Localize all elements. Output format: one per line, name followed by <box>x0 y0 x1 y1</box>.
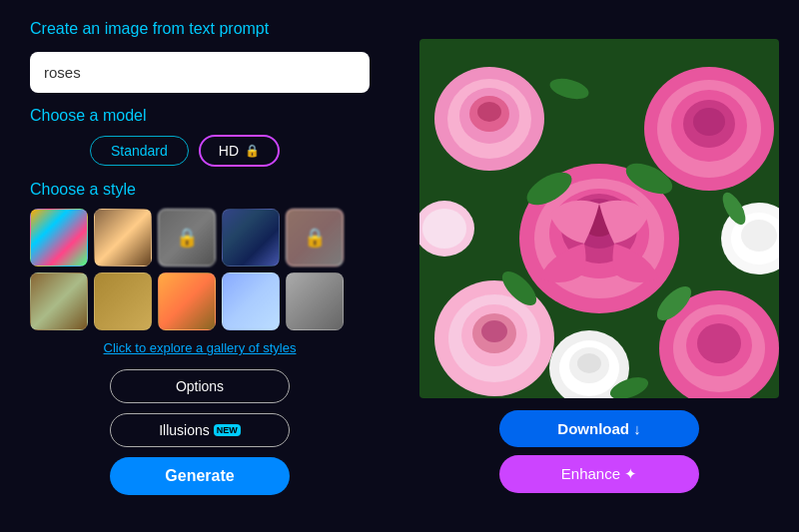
standard-button[interactable]: Standard <box>90 136 189 166</box>
new-badge: NEW <box>214 424 241 436</box>
hd-label: HD <box>219 143 239 159</box>
svg-point-21 <box>481 320 507 342</box>
style-thumb-4[interactable] <box>222 209 280 266</box>
image-actions: Download ↓ Enhance ✦ <box>499 410 699 493</box>
style-section: Choose a style 🔒 🔒 Click to explore a ga… <box>30 181 370 355</box>
style-thumb-2[interactable] <box>94 209 152 266</box>
explore-styles-link[interactable]: Click to explore a gallery of styles <box>30 340 370 355</box>
style-thumb-8[interactable] <box>158 272 216 330</box>
right-panel: Download ↓ Enhance ✦ <box>400 0 799 532</box>
style-label: Choose a style <box>30 181 370 199</box>
model-section: Choose a model Standard HD 🔒 <box>30 107 370 167</box>
generate-button[interactable]: Generate <box>110 457 290 495</box>
style-thumb-5[interactable]: 🔒 <box>286 209 344 266</box>
lock-icon-5: 🔒 <box>304 227 326 249</box>
svg-point-29 <box>577 353 601 373</box>
style-thumb-10[interactable] <box>286 272 344 330</box>
style-grid: 🔒 🔒 <box>30 209 370 330</box>
svg-point-32 <box>741 220 777 252</box>
prompt-input[interactable] <box>30 52 370 93</box>
model-buttons: Standard HD 🔒 <box>30 135 370 167</box>
svg-point-16 <box>693 108 725 136</box>
hd-button[interactable]: HD 🔒 <box>199 135 280 167</box>
style-thumb-9[interactable] <box>222 272 280 330</box>
enhance-button[interactable]: Enhance ✦ <box>499 455 699 493</box>
hd-lock-icon: 🔒 <box>245 144 260 158</box>
options-button[interactable]: Options <box>110 369 290 403</box>
action-buttons: Options Illusions NEW Generate <box>30 369 370 495</box>
rose-image <box>419 39 779 398</box>
svg-point-11 <box>477 102 501 122</box>
style-thumb-1[interactable] <box>30 209 88 266</box>
svg-point-34 <box>422 209 466 249</box>
svg-point-25 <box>697 323 741 363</box>
generated-image <box>419 39 779 398</box>
download-button[interactable]: Download ↓ <box>499 410 699 447</box>
style-thumb-3[interactable]: 🔒 <box>158 209 216 266</box>
illusions-button[interactable]: Illusions NEW <box>110 413 290 447</box>
illusions-label: Illusions <box>159 422 210 438</box>
style-thumb-7[interactable] <box>94 272 152 330</box>
model-label: Choose a model <box>30 107 370 125</box>
left-panel: Create an image from text prompt Choose … <box>0 0 400 532</box>
lock-icon-3: 🔒 <box>176 227 198 249</box>
prompt-label: Create an image from text prompt <box>30 20 370 38</box>
style-thumb-6[interactable] <box>30 272 88 330</box>
